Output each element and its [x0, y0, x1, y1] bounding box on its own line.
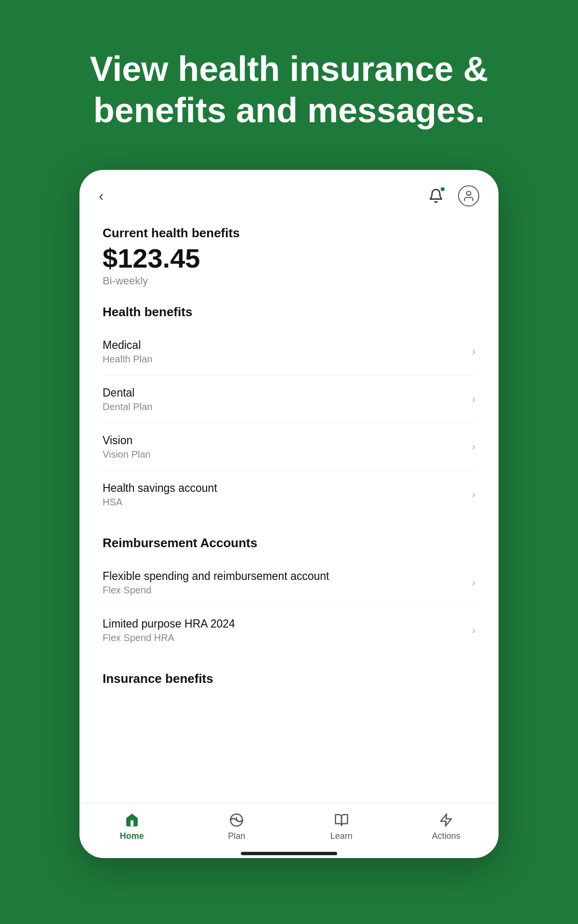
list-item-hra[interactable]: Limited purpose HRA 2024 Flex Spend HRA … — [103, 607, 475, 654]
reimbursement-section: Reimbursement Accounts Flexible spending… — [103, 536, 475, 654]
health-benefits-title: Health benefits — [103, 305, 475, 320]
learn-icon — [333, 812, 350, 828]
actions-icon — [438, 812, 454, 828]
plan-icon — [228, 812, 245, 828]
home-indicator — [241, 852, 337, 855]
notification-button[interactable] — [425, 185, 447, 206]
bottom-navigation: Home Plan Learn — [79, 803, 499, 846]
chevron-right-icon: › — [472, 624, 475, 637]
list-item-hsa[interactable]: Health savings account HSA › — [103, 471, 475, 518]
nav-item-actions[interactable]: Actions — [417, 812, 475, 841]
nav-item-plan[interactable]: Plan — [208, 812, 265, 841]
header-icons — [425, 185, 479, 206]
nav-item-home[interactable]: Home — [103, 812, 161, 841]
benefits-period: Bi-weekly — [103, 275, 475, 287]
list-item-vision[interactable]: Vision Vision Plan › — [103, 424, 475, 471]
phone-mockup: ‹ Current health benefits $123. — [79, 170, 499, 858]
svg-point-0 — [467, 191, 471, 195]
health-benefits-section: Health benefits Medical Health Plan › De… — [103, 305, 475, 518]
chevron-right-icon: › — [472, 577, 475, 589]
home-nav-label: Home — [120, 831, 144, 841]
phone-content: Current health benefits $123.45 Bi-weekl… — [79, 216, 499, 803]
chevron-right-icon: › — [472, 441, 475, 453]
back-button[interactable]: ‹ — [99, 189, 104, 203]
reimbursement-title: Reimbursement Accounts — [103, 536, 475, 551]
nav-item-learn[interactable]: Learn — [313, 812, 370, 841]
benefits-label: Current health benefits — [103, 226, 475, 241]
benefits-amount: $123.45 — [103, 244, 475, 273]
list-item-medical[interactable]: Medical Health Plan › — [103, 328, 475, 376]
learn-nav-label: Learn — [330, 831, 353, 841]
svg-marker-4 — [441, 814, 452, 826]
plan-nav-label: Plan — [228, 831, 245, 841]
home-icon — [124, 812, 140, 828]
user-profile-button[interactable] — [458, 185, 479, 206]
list-item-dental[interactable]: Dental Dental Plan › — [103, 376, 475, 424]
benefits-summary: Current health benefits $123.45 Bi-weekl… — [103, 226, 475, 288]
notification-dot — [440, 186, 446, 192]
actions-nav-label: Actions — [432, 831, 460, 841]
chevron-right-icon: › — [472, 346, 475, 358]
insurance-section: Insurance benefits — [103, 671, 475, 686]
chevron-right-icon: › — [472, 393, 475, 406]
hero-title: View health insurance & benefits and mes… — [84, 48, 494, 131]
insurance-title: Insurance benefits — [103, 671, 475, 686]
phone-header: ‹ — [79, 170, 499, 216]
chevron-right-icon: › — [472, 488, 475, 501]
list-item-flex-spend[interactable]: Flexible spending and reimbursement acco… — [103, 559, 475, 607]
